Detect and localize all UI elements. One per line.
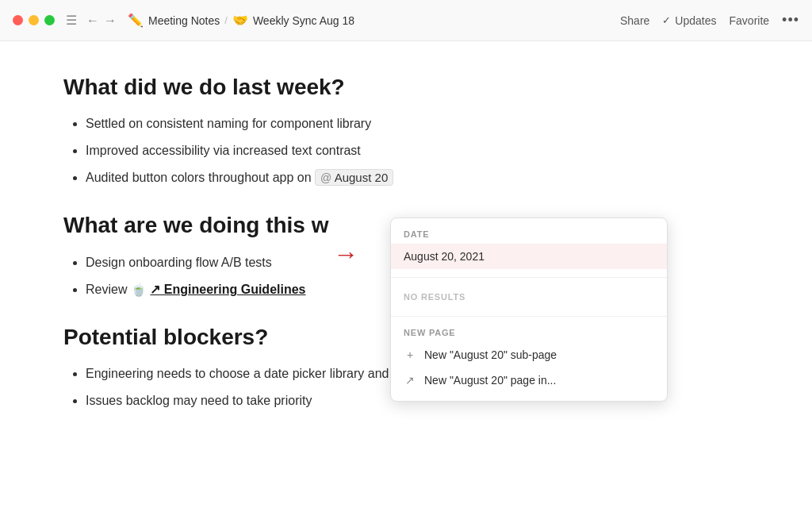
breadcrumb: ✏️ Meeting Notes / 🤝 Weekly Sync Aug 18 [128,13,620,28]
forward-arrow-icon[interactable]: → [104,13,117,28]
at-sign: @ [320,171,331,184]
section1-list: Settled on consistent naming for compone… [63,114,749,187]
new-subpage-label: New "August 20" sub-page [424,348,557,361]
breadcrumb-weekly-sync[interactable]: Weekly Sync Aug 18 [253,14,354,27]
list-item: Improved accessibility via increased tex… [86,141,749,160]
maximize-button[interactable] [44,15,55,25]
section1-title: What did we do last week? [63,73,749,102]
list-item: Settled on consistent naming for compone… [86,114,749,133]
share-button[interactable]: Share [620,14,649,27]
titlebar-actions: Share ✓ Updates Favorite ••• [620,12,799,29]
meeting-notes-icon: ✏️ [128,13,144,28]
traffic-lights [13,15,55,25]
arrow-up-right-icon: ↗ [404,374,416,387]
new-page-in-item[interactable]: ↗ New "August 20" page in... [391,368,667,393]
new-page-section-label: NEW PAGE [391,325,667,342]
more-options-button[interactable]: ••• [782,12,799,29]
list-item: Audited button colors throughout app on … [86,168,749,187]
weekly-sync-icon: 🤝 [232,13,248,28]
main-content: What did we do last week? Settled on con… [0,41,812,508]
new-page-in-label: New "August 20" page in... [424,374,556,387]
date-result-text: August 20, 2021 [404,250,485,263]
mention-dropdown: DATE August 20, 2021 NO RESULTS NEW PAGE… [390,217,668,402]
close-button[interactable] [13,15,23,25]
back-arrow-icon[interactable]: ← [86,13,99,28]
dropdown-no-results-section: NO RESULTS [391,277,667,316]
nav-arrows: ← → [86,13,117,28]
dropdown-date-section: DATE August 20, 2021 [391,218,667,277]
breadcrumb-meeting-notes[interactable]: Meeting Notes [148,14,220,27]
dropdown-new-page-section: NEW PAGE + New "August 20" sub-page ↗ Ne… [391,316,667,401]
plus-icon: + [404,348,416,361]
titlebar: ☰ ← → ✏️ Meeting Notes / 🤝 Weekly Sync A… [0,0,812,41]
hamburger-icon[interactable]: ☰ [66,13,77,28]
engineering-guidelines-link[interactable]: ↗ Engineering Guidelines [150,283,305,296]
updates-check-icon: ✓ [662,14,671,26]
arrow-indicator: → [333,240,358,269]
favorite-button[interactable]: Favorite [730,14,770,27]
breadcrumb-separator: / [224,14,228,26]
minimize-button[interactable] [29,15,39,25]
date-section-label: DATE [391,226,667,244]
date-result-item[interactable]: August 20, 2021 [391,244,667,269]
no-results-label: NO RESULTS [391,286,667,308]
new-subpage-item[interactable]: + New "August 20" sub-page [391,342,667,368]
mention-tag[interactable]: @ August 20 [315,169,393,186]
updates-button[interactable]: ✓ Updates [662,14,716,27]
updates-label: Updates [675,14,716,27]
